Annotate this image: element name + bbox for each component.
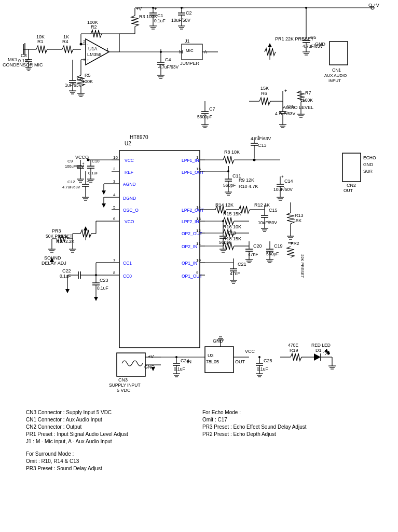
svg-text:AUX AUDIO: AUX AUDIO bbox=[324, 73, 347, 78]
svg-text:C8: C8 bbox=[287, 104, 293, 109]
svg-text:J1: J1 bbox=[185, 38, 190, 44]
svg-text:R8 10K: R8 10K bbox=[224, 149, 240, 155]
svg-text:Omit : R10, R14 & C13: Omit : R10, R14 & C13 bbox=[26, 458, 79, 464]
svg-text:5600pF: 5600pF bbox=[197, 114, 212, 119]
svg-text:CN1 Connector : Aux Audio Inpu: CN1 Connector : Aux Audio Input bbox=[26, 417, 102, 422]
svg-text:47nF: 47nF bbox=[230, 271, 240, 276]
svg-text:R9 12K: R9 12K bbox=[239, 178, 254, 183]
svg-text:R5: R5 bbox=[85, 73, 91, 78]
svg-text:1uF/63V: 1uF/63V bbox=[65, 83, 81, 88]
svg-text:0.1uF: 0.1uF bbox=[154, 18, 166, 23]
svg-text:10uF/50V: 10uF/50V bbox=[273, 187, 293, 192]
svg-text:4.7uF/63V: 4.7uF/63V bbox=[158, 64, 179, 70]
svg-text:15: 15 bbox=[196, 167, 201, 171]
svg-text:M: M bbox=[179, 49, 183, 54]
svg-text:REF: REF bbox=[125, 170, 133, 175]
svg-text:C10: C10 bbox=[92, 159, 100, 163]
svg-text:C20: C20 bbox=[253, 243, 262, 249]
svg-text:+: + bbox=[82, 161, 85, 166]
svg-text:AGND: AGND bbox=[123, 182, 136, 187]
svg-text:C24: C24 bbox=[181, 358, 189, 363]
svg-text:560pF: 560pF bbox=[266, 251, 279, 256]
svg-text:2: 2 bbox=[113, 167, 116, 171]
svg-text:C14: C14 bbox=[284, 179, 293, 184]
svg-text:+: + bbox=[183, 6, 185, 11]
svg-text:OUT: OUT bbox=[235, 359, 245, 364]
svg-text:R16 10K: R16 10K bbox=[223, 224, 241, 229]
svg-text:7: 7 bbox=[113, 258, 116, 263]
svg-text:C25: C25 bbox=[264, 358, 272, 363]
svg-point-362 bbox=[222, 220, 224, 222]
svg-text:100K: 100K bbox=[87, 20, 98, 25]
svg-text:1K: 1K bbox=[63, 34, 69, 39]
svg-point-83 bbox=[181, 7, 183, 9]
svg-text:4.7uF/63V: 4.7uF/63V bbox=[62, 185, 80, 189]
svg-text:0.1uF: 0.1uF bbox=[88, 171, 99, 175]
svg-text:SUR: SUR bbox=[363, 169, 373, 174]
svg-text:47nF: 47nF bbox=[248, 252, 258, 257]
svg-text:C13: C13 bbox=[258, 143, 267, 148]
svg-point-438 bbox=[258, 356, 260, 358]
svg-text:GND: GND bbox=[363, 162, 373, 167]
svg-text:J1 : M - Mic input, A - Aux Au: J1 : M - Mic input, A - Aux Audio Input bbox=[26, 439, 112, 444]
svg-text:+: + bbox=[87, 179, 89, 184]
svg-text:C3: C3 bbox=[21, 53, 27, 58]
svg-text:R6: R6 bbox=[261, 91, 267, 96]
svg-text:0.1uF: 0.1uF bbox=[174, 366, 185, 372]
svg-text:R15 15K: R15 15K bbox=[223, 211, 241, 216]
svg-text:MK1: MK1 bbox=[8, 57, 18, 62]
svg-text:PR2 Preset : Echo Depth Adjust: PR2 Preset : Echo Depth Adjust bbox=[202, 431, 276, 437]
svg-text:PR1 22K PRESET: PR1 22K PRESET bbox=[275, 36, 314, 42]
svg-text:DGND: DGND bbox=[123, 196, 136, 201]
svg-text:C12: C12 bbox=[67, 180, 75, 184]
svg-text:12: 12 bbox=[196, 228, 201, 233]
svg-text:10uF/50V: 10uF/50V bbox=[171, 18, 190, 23]
svg-text:C19: C19 bbox=[274, 243, 283, 249]
svg-text:PR3 Preset : Echo Effect Sound: PR3 Preset : Echo Effect Sound Delay Adj… bbox=[202, 424, 307, 430]
svg-text:R10 4.7K: R10 4.7K bbox=[239, 184, 258, 189]
svg-text:100K: 100K bbox=[82, 79, 93, 84]
svg-text:R14 12K: R14 12K bbox=[215, 202, 234, 208]
svg-text:CN1: CN1 bbox=[332, 67, 341, 73]
svg-text:+: + bbox=[87, 58, 89, 62]
svg-text:0.1uF: 0.1uF bbox=[60, 274, 71, 279]
svg-text:R2: R2 bbox=[91, 24, 97, 30]
svg-text:+: + bbox=[257, 134, 260, 139]
svg-text:R1: R1 bbox=[37, 39, 44, 44]
svg-text:For Echo Mode :: For Echo Mode : bbox=[202, 410, 241, 415]
svg-text:78L05: 78L05 bbox=[206, 359, 219, 364]
svg-text:0.1uF: 0.1uF bbox=[97, 285, 108, 291]
svg-text:OSC_O: OSC_O bbox=[123, 208, 139, 213]
svg-text:+: + bbox=[154, 6, 157, 11]
svg-text:6: 6 bbox=[113, 216, 116, 221]
svg-text:R19: R19 bbox=[290, 348, 298, 353]
svg-text:R18 15K: R18 15K bbox=[223, 236, 241, 241]
svg-text:JUMPER: JUMPER bbox=[180, 61, 200, 66]
svg-text:R7: R7 bbox=[305, 90, 311, 96]
svg-text:PR3 Preset : Sound Delay Adjus: PR3 Preset : Sound Delay Adjust bbox=[26, 466, 102, 471]
svg-text:OP2_IN: OP2_IN bbox=[182, 244, 197, 249]
svg-text:OP1_OUT: OP1_OUT bbox=[182, 274, 202, 279]
svg-text:U1A: U1A bbox=[88, 46, 98, 51]
svg-text:5: 5 bbox=[113, 205, 116, 210]
svg-text:C23: C23 bbox=[100, 278, 108, 283]
svg-text:CN3: CN3 bbox=[118, 377, 128, 383]
svg-text:C22: C22 bbox=[62, 268, 71, 274]
svg-point-55 bbox=[80, 43, 83, 46]
svg-text:1: 1 bbox=[196, 155, 199, 160]
svg-text:2: 2 bbox=[83, 39, 86, 44]
svg-text:R13: R13 bbox=[295, 213, 304, 218]
svg-text:11: 11 bbox=[196, 241, 201, 246]
svg-text:10uF/50V: 10uF/50V bbox=[258, 220, 277, 225]
svg-text:3: 3 bbox=[83, 58, 86, 62]
svg-point-107 bbox=[305, 7, 307, 9]
svg-text:Omit : C17: Omit : C17 bbox=[202, 417, 227, 422]
svg-text:10K: 10K bbox=[36, 34, 45, 39]
svg-text:U2: U2 bbox=[125, 141, 131, 146]
svg-text:OP1_IN: OP1_IN bbox=[182, 261, 197, 266]
svg-text:10: 10 bbox=[196, 258, 201, 263]
svg-point-82 bbox=[152, 7, 154, 9]
svg-text:PR1 Preset : Input Signal Audi: PR1 Preset : Input Signal Audio Level Ad… bbox=[26, 431, 128, 437]
schematic-container: MK1 CONDENSOR MIC R1 10K C3 0.1uF R4 1K … bbox=[0, 0, 398, 532]
svg-text:VCC: VCC bbox=[245, 349, 255, 354]
